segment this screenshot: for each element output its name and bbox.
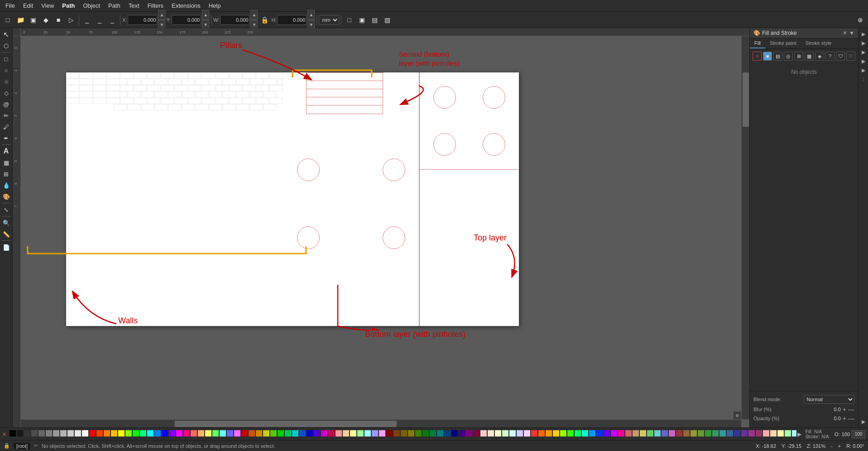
color-swatch[interactable] [227, 430, 233, 437]
color-swatch[interactable] [38, 430, 45, 437]
color-swatch[interactable] [777, 430, 784, 437]
color-swatch[interactable] [408, 430, 414, 437]
color-swatch[interactable] [785, 430, 791, 437]
fill-heart-btn[interactable]: ♡ [846, 52, 855, 61]
3d-tool[interactable]: ◇ [1, 87, 12, 98]
menu-file[interactable]: File [2, 1, 19, 10]
color-swatch[interactable] [625, 430, 632, 437]
mesh-tool[interactable]: ⊞ [1, 168, 12, 179]
color-swatch[interactable] [734, 430, 740, 437]
color-swatch[interactable] [560, 430, 566, 437]
align-center[interactable]: ⎯ [94, 14, 106, 26]
color-swatch[interactable] [249, 430, 255, 437]
color-swatch[interactable] [437, 430, 443, 437]
color-scroll-right[interactable]: ▶ [796, 431, 803, 437]
zoom-plus-btn[interactable]: + [838, 443, 841, 449]
color-swatch[interactable] [415, 430, 422, 437]
measure-tool[interactable]: 📏 [1, 229, 12, 240]
color-swatch[interactable] [531, 430, 537, 437]
color-swatch[interactable] [698, 430, 704, 437]
color-swatch[interactable] [756, 430, 762, 437]
zoom-indicator[interactable]: ⊕ [733, 411, 741, 419]
color-swatch[interactable] [444, 430, 451, 437]
far-right-btn-5[interactable]: ▶ [859, 66, 868, 74]
menu-text[interactable]: Text [125, 1, 143, 10]
color-swatch[interactable] [10, 430, 16, 437]
zoom-minus-btn[interactable]: - [831, 443, 833, 449]
far-right-btn-2[interactable]: ▶ [859, 39, 868, 47]
color-swatch[interactable] [459, 430, 465, 437]
color-swatch[interactable] [662, 430, 668, 437]
color-swatch[interactable] [278, 430, 284, 437]
color-swatch[interactable] [212, 430, 219, 437]
fill-unknown-btn[interactable]: ? [825, 52, 834, 61]
lock-ratio[interactable]: 🔒 [259, 14, 270, 26]
color-swatch[interactable] [336, 430, 342, 437]
blend-mode-select[interactable]: NormalMultiplyScreen [804, 395, 855, 404]
color-swatch[interactable] [17, 430, 23, 437]
fill-shield-btn[interactable]: 🛡 [836, 52, 845, 61]
color-swatch[interactable] [770, 430, 777, 437]
color-swatch[interactable] [517, 430, 523, 437]
color-swatch[interactable] [82, 430, 88, 437]
color-swatch[interactable] [350, 430, 356, 437]
callig-tool[interactable]: ✒ [1, 133, 12, 144]
color-swatch[interactable] [125, 430, 132, 437]
color-swatch[interactable] [582, 430, 588, 437]
circle-tool[interactable]: ○ [1, 65, 12, 76]
layer-selector[interactable]: [root] [14, 443, 30, 449]
color-swatch[interactable] [480, 430, 487, 437]
color-swatch[interactable] [473, 430, 480, 437]
menu-filters[interactable]: Filters [144, 1, 167, 10]
color-swatch[interactable] [633, 430, 639, 437]
blur-minus-btn[interactable]: — [848, 406, 854, 413]
pencil-tool[interactable]: ✏ [1, 110, 12, 121]
color-swatch[interactable] [741, 430, 748, 437]
align-left[interactable]: ⎯ [81, 14, 93, 26]
far-right-btn-1[interactable]: ▶ [859, 30, 868, 38]
color-swatch[interactable] [495, 430, 501, 437]
tool6[interactable]: ▷ [65, 14, 77, 26]
fill-pattern-btn[interactable]: ▦ [805, 52, 814, 61]
text-tool[interactable]: A [1, 146, 12, 157]
color-swatch[interactable] [509, 430, 516, 437]
color-swatch[interactable] [589, 430, 595, 437]
pen-tool[interactable]: 🖊 [1, 121, 12, 132]
zoom-tool-box[interactable]: 🔍 [1, 217, 12, 228]
tool4[interactable]: ◆ [40, 14, 52, 26]
color-swatch[interactable] [140, 430, 146, 437]
color-swatch[interactable] [618, 430, 624, 437]
color-swatch[interactable] [96, 430, 103, 437]
color-swatch[interactable] [379, 430, 385, 437]
open-tool[interactable]: 📁 [14, 14, 26, 26]
y-input[interactable] [172, 15, 201, 25]
color-swatch[interactable] [748, 430, 755, 437]
h-up[interactable]: ▲ [307, 10, 315, 20]
canvas-area[interactable]: 0 25 50 75 100 125 150 175 200 225 250 [13, 28, 749, 427]
far-right-btn-6[interactable]: ⋮ [859, 75, 868, 83]
color-swatch[interactable] [502, 430, 508, 437]
color-swatch[interactable] [654, 430, 661, 437]
unit-select[interactable]: mmpxin [319, 15, 339, 25]
color-swatch[interactable] [705, 430, 711, 437]
color-swatch[interactable] [263, 430, 269, 437]
layer-edit-btn[interactable]: ✏ [34, 443, 38, 449]
color-swatch[interactable] [524, 430, 530, 437]
color-swatch[interactable] [198, 430, 204, 437]
color-swatch[interactable] [691, 430, 697, 437]
menu-object[interactable]: Object [79, 1, 104, 10]
color-swatch[interactable] [89, 430, 96, 437]
zoom-tool[interactable]: ⊕ [854, 14, 866, 26]
x-up[interactable]: ▲ [158, 10, 165, 20]
color-swatch[interactable] [176, 430, 182, 437]
color-swatch[interactable] [727, 430, 733, 437]
paint-tool[interactable]: 🎨 [1, 191, 12, 202]
menu-view[interactable]: View [38, 1, 58, 10]
color-swatch[interactable] [46, 430, 52, 437]
w-input[interactable] [220, 15, 249, 25]
color-swatch[interactable] [162, 430, 168, 437]
color-swatch[interactable] [314, 430, 320, 437]
color-swatch[interactable] [647, 430, 653, 437]
far-right-btn-bottom[interactable]: ▶ [859, 417, 868, 426]
color-swatch[interactable] [60, 430, 67, 437]
